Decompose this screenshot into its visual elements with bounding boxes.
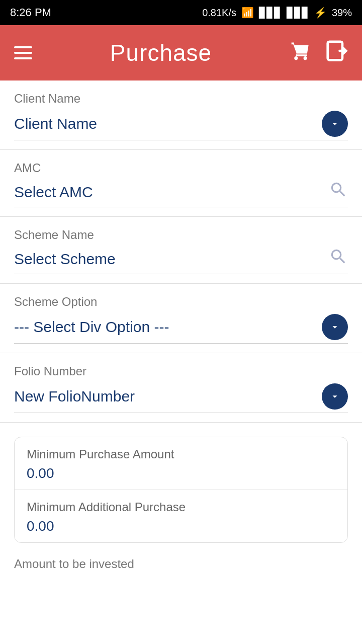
charging-icon: ⚡ (314, 7, 327, 19)
chevron-down-icon (329, 118, 340, 129)
signal-icon-2: ▊▊▊ (287, 7, 309, 19)
min-additional-label: Minimum Additional Purchase (27, 500, 335, 514)
form-content: Client Name Client Name AMC Select AMC S… (0, 80, 362, 644)
folio-number-label: Folio Number (14, 364, 348, 378)
scheme-name-label: Scheme Name (14, 228, 348, 242)
hamburger-line-1 (14, 46, 32, 48)
min-purchase-row: Minimum Purchase Amount 0.00 (15, 437, 347, 490)
scheme-option-row: --- Select Div Option --- (14, 314, 348, 344)
folio-number-dropdown[interactable] (322, 383, 348, 410)
app-bar: Purchase (0, 25, 362, 80)
amc-row: Select AMC (14, 180, 348, 207)
cart-icon (290, 40, 312, 62)
app-bar-actions (290, 40, 348, 66)
time-display: 8:26 PM (10, 6, 51, 19)
min-purchase-label: Minimum Purchase Amount (27, 447, 335, 461)
cart-button[interactable] (290, 40, 312, 66)
min-purchase-value: 0.00 (27, 465, 335, 481)
signal-icon: ▊▊▊ (259, 7, 282, 19)
min-additional-row: Minimum Additional Purchase 0.00 (15, 490, 347, 542)
scheme-option-label: Scheme Option (14, 295, 348, 309)
purchase-info-card: Minimum Purchase Amount 0.00 Minimum Add… (14, 437, 348, 543)
hamburger-line-3 (14, 57, 32, 59)
logout-icon (326, 40, 348, 62)
amc-label: AMC (14, 161, 348, 175)
wifi-icon: 📶 (241, 7, 254, 19)
scheme-search-button[interactable] (329, 247, 348, 271)
network-speed: 0.81K/s (202, 7, 236, 19)
amount-section: Amount to be invested (0, 543, 362, 576)
hamburger-line-2 (14, 52, 32, 54)
logout-button[interactable] (326, 40, 348, 66)
client-name-dropdown[interactable] (322, 111, 348, 137)
folio-number-row: New FolioNumber (14, 383, 348, 413)
battery-level: 39% (332, 7, 352, 19)
amc-section: AMC Select AMC (0, 150, 362, 217)
folio-number-section: Folio Number New FolioNumber (0, 353, 362, 423)
page-title: Purchase (110, 39, 212, 66)
status-icons: 0.81K/s 📶 ▊▊▊ ▊▊▊ ⚡ 39% (202, 7, 352, 19)
min-additional-value: 0.00 (27, 518, 335, 534)
folio-number-value: New FolioNumber (14, 388, 135, 405)
scheme-option-dropdown[interactable] (322, 314, 348, 340)
scheme-option-value: --- Select Div Option --- (14, 318, 169, 336)
scheme-option-section: Scheme Option --- Select Div Option --- (0, 284, 362, 353)
status-bar: 8:26 PM 0.81K/s 📶 ▊▊▊ ▊▊▊ ⚡ 39% (0, 0, 362, 25)
amc-search-button[interactable] (329, 180, 348, 204)
client-name-section: Client Name Client Name (0, 80, 362, 150)
search-icon (329, 180, 348, 199)
chevron-down-icon-2 (329, 321, 340, 333)
scheme-name-placeholder[interactable]: Select Scheme (14, 251, 116, 268)
scheme-name-section: Scheme Name Select Scheme (0, 217, 362, 284)
search-icon-2 (329, 247, 348, 266)
client-name-value: Client Name (14, 115, 97, 132)
scheme-name-row: Select Scheme (14, 247, 348, 274)
chevron-down-icon-3 (329, 391, 340, 402)
menu-button[interactable] (14, 46, 32, 59)
amount-label: Amount to be invested (14, 557, 348, 571)
client-name-row: Client Name (14, 111, 348, 140)
amc-placeholder[interactable]: Select AMC (14, 184, 93, 201)
client-name-label: Client Name (14, 92, 348, 106)
